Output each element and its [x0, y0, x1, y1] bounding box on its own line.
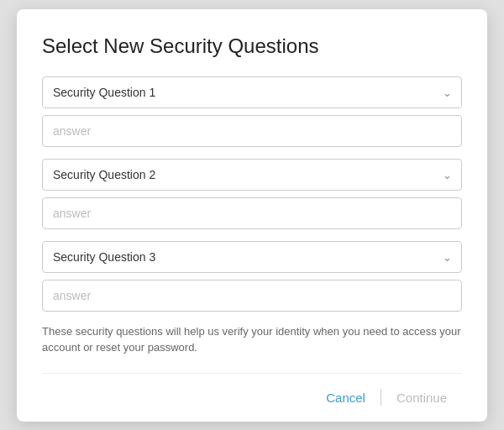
security-question-2-select[interactable]: Security Question 2 [42, 159, 462, 191]
select-wrapper-2: Security Question 2 ⌄ [42, 159, 462, 191]
dialog-footer: Cancel Continue [42, 373, 462, 422]
continue-button[interactable]: Continue [381, 385, 462, 410]
cancel-button[interactable]: Cancel [311, 385, 381, 410]
security-question-1-answer[interactable] [42, 115, 462, 147]
security-questions-dialog: Select New Security Questions Security Q… [17, 9, 487, 422]
dialog-title: Select New Security Questions [42, 34, 462, 58]
security-question-2-answer[interactable] [42, 197, 462, 229]
security-question-3-select[interactable]: Security Question 3 [42, 241, 462, 273]
question-group-2: Security Question 2 ⌄ [42, 159, 462, 229]
select-wrapper-3: Security Question 3 ⌄ [42, 241, 462, 273]
question-group-1: Security Question 1 ⌄ [42, 76, 462, 147]
security-question-1-select[interactable]: Security Question 1 [42, 76, 462, 108]
helper-text: These security questions will help us ve… [42, 323, 462, 356]
security-question-3-answer[interactable] [42, 280, 462, 312]
question-group-3: Security Question 3 ⌄ [42, 241, 462, 312]
select-wrapper-1: Security Question 1 ⌄ [42, 76, 462, 108]
